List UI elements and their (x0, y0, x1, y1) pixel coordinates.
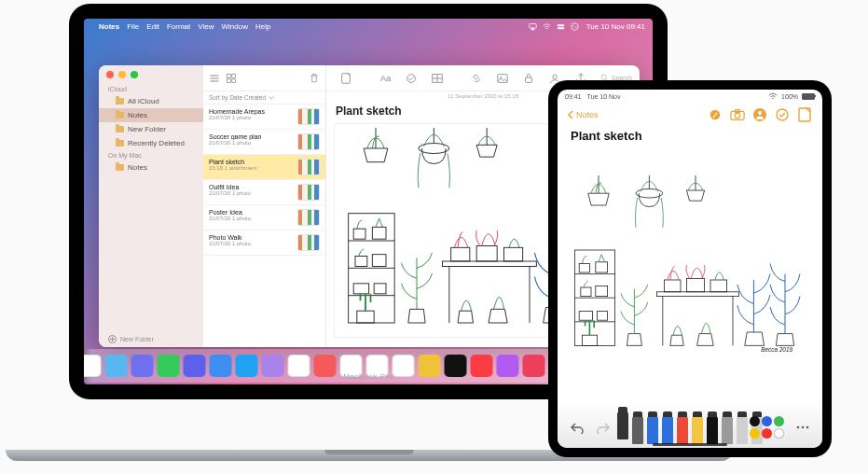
plus-icon (108, 335, 117, 343)
menubar-item-window[interactable]: Window (221, 22, 247, 31)
collaborate-button[interactable] (751, 106, 768, 123)
sidebar-item-all-icloud[interactable]: All iCloud (99, 94, 203, 108)
photos-button[interactable] (492, 70, 513, 87)
folder-icon (116, 164, 124, 171)
dock-app-icon[interactable] (445, 355, 467, 377)
dock-app-icon[interactable] (158, 355, 180, 377)
sidebar-item-local-notes[interactable]: Notes (99, 160, 203, 174)
dock-app-icon[interactable] (471, 355, 493, 377)
checklist-button[interactable] (774, 106, 791, 123)
markup-pen-tool[interactable] (662, 416, 673, 444)
menubar-item-view[interactable]: View (198, 22, 214, 31)
note-thumbnail (297, 209, 320, 226)
dock-app-icon[interactable] (105, 355, 128, 377)
ipad-note-title[interactable]: Plant sketch (571, 129, 811, 143)
ruler-tool[interactable] (737, 416, 748, 444)
new-folder-button[interactable]: New Folder (99, 331, 203, 347)
color-swatch[interactable] (762, 416, 772, 426)
dock-app-icon[interactable] (210, 355, 232, 377)
folder-icon (116, 112, 124, 118)
svg-rect-27 (557, 27, 564, 29)
format-text-button[interactable]: Aa (375, 70, 395, 87)
menubar-item-notes[interactable]: Notes (99, 22, 119, 31)
markup-pen-tool[interactable] (722, 416, 733, 444)
menubar-item-file[interactable]: File (127, 22, 139, 31)
color-swatch[interactable] (774, 428, 784, 439)
dock-app-icon[interactable] (262, 355, 284, 377)
sort-dropdown[interactable]: Sort by Date Created (203, 91, 325, 105)
markup-pen-tool[interactable] (677, 416, 688, 444)
redo-button[interactable] (593, 417, 613, 438)
sidebar-item-recently-deleted[interactable]: Recently Deleted (99, 136, 203, 150)
color-swatch[interactable] (750, 428, 760, 439)
note-list-item[interactable]: Soccer game plan21/07/20 1 photo (203, 130, 325, 155)
dock-app-icon[interactable] (393, 355, 415, 377)
dock-app-icon[interactable] (288, 355, 310, 377)
svg-point-52 (802, 426, 805, 429)
notes-list-pane: Sort by Date Created Homemade Arepas21/0… (203, 65, 326, 347)
wifi-icon[interactable] (543, 22, 551, 31)
dock-app-icon[interactable] (184, 355, 206, 377)
color-swatch[interactable] (762, 428, 772, 439)
note-list-item[interactable]: Homemade Arepas21/07/20 1 photo (203, 105, 325, 130)
more-tools-button[interactable] (792, 417, 813, 438)
note-list-item[interactable]: Photo Walk21/07/20 1 photo (203, 230, 325, 256)
back-label: Notes (576, 110, 599, 119)
grid-view-icon[interactable] (226, 73, 237, 84)
fullscreen-window-button[interactable] (131, 71, 138, 78)
markup-pen-tool[interactable] (617, 411, 628, 439)
note-row-title: Soccer game plan (209, 133, 293, 140)
siri-icon[interactable] (571, 22, 579, 31)
note-list-item[interactable]: Plant sketch15:18 1 attachment (203, 155, 325, 180)
markup-pen-tool[interactable] (692, 416, 703, 444)
camera-button[interactable] (729, 106, 746, 123)
ipad-sketch-canvas[interactable] (569, 148, 807, 382)
note-list-item[interactable]: Outfit Idea21/07/20 1 photo (203, 180, 325, 205)
svg-point-49 (777, 109, 788, 120)
markup-pen-tool[interactable] (707, 416, 718, 444)
menubar-clock[interactable]: Tue 10 Nov 09:41 (586, 22, 645, 31)
markup-button[interactable] (707, 106, 723, 123)
home-indicator[interactable] (653, 443, 727, 446)
minimize-window-button[interactable] (118, 71, 126, 78)
ipad-notes-toolbar: Notes (558, 103, 822, 127)
trash-icon[interactable] (309, 73, 320, 84)
list-view-icon[interactable] (209, 73, 220, 84)
close-window-button[interactable] (106, 71, 114, 78)
markup-pen-tool[interactable] (632, 416, 643, 444)
checklist-button[interactable] (401, 70, 421, 87)
dock-app-icon[interactable] (497, 355, 519, 377)
folder-icon (116, 98, 124, 105)
back-button[interactable]: Notes (567, 110, 599, 119)
dock-app-icon[interactable] (236, 355, 258, 377)
undo-button[interactable] (567, 417, 587, 438)
airplay-icon[interactable] (529, 22, 537, 31)
svg-point-45 (735, 113, 739, 118)
color-swatch[interactable] (750, 416, 760, 426)
sidebar-item-label: Notes (128, 163, 147, 172)
dock-app-icon[interactable] (131, 355, 154, 377)
link-button[interactable] (466, 70, 487, 87)
control-center-icon[interactable] (557, 22, 565, 31)
table-button[interactable] (427, 70, 448, 87)
macbook-label: MacBook Pro (343, 372, 393, 381)
color-swatch[interactable] (774, 416, 784, 426)
dock-app-icon[interactable] (314, 355, 337, 377)
sidebar-item-label: New Folder (128, 125, 166, 133)
dock-app-icon[interactable] (84, 355, 102, 377)
menubar-item-format[interactable]: Format (167, 22, 190, 31)
dock-app-icon[interactable] (419, 355, 441, 377)
note-thumbnail (297, 184, 320, 201)
sidebar-item-notes[interactable]: Notes (99, 108, 203, 122)
svg-rect-29 (227, 74, 231, 77)
list-toolbar (203, 65, 325, 91)
lock-button[interactable] (518, 70, 539, 87)
markup-pen-tool[interactable] (647, 416, 658, 444)
sidebar-item-new-folder[interactable]: New Folder (99, 122, 203, 136)
note-list-item[interactable]: Poster Idea21/07/20 1 photo (203, 205, 325, 230)
dock-app-icon[interactable] (523, 355, 545, 377)
new-note-button[interactable] (336, 70, 356, 87)
menubar-item-edit[interactable]: Edit (146, 22, 159, 31)
menubar-item-help[interactable]: Help (255, 22, 270, 31)
new-note-button[interactable] (796, 106, 813, 123)
